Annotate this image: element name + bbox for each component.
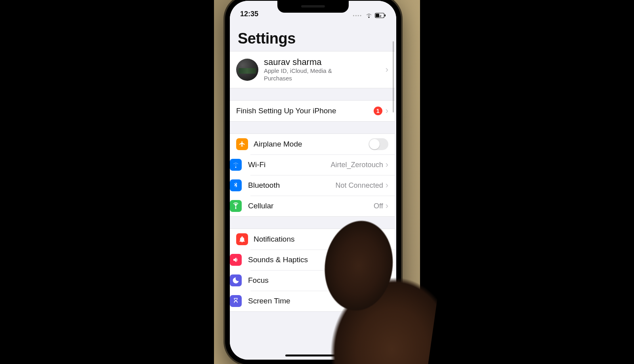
focus-label: Focus xyxy=(248,276,386,285)
chevron-right-icon: › xyxy=(386,255,388,265)
wifi-settings-icon xyxy=(230,159,242,171)
airplane-icon xyxy=(236,138,248,150)
airplane-toggle[interactable] xyxy=(369,138,388,150)
notifications-group: Notifications › Sounds & Haptics › xyxy=(230,229,395,312)
avatar xyxy=(236,59,258,81)
bluetooth-label: Bluetooth xyxy=(248,181,336,190)
bluetooth-icon xyxy=(230,179,242,191)
chevron-right-icon: › xyxy=(386,201,388,211)
cellular-label: Cellular xyxy=(248,202,374,210)
notifications-row[interactable]: Notifications › xyxy=(230,229,395,250)
finish-setup-label: Finish Setting Up Your iPhone xyxy=(236,107,374,115)
notch xyxy=(277,1,349,13)
settings-scroll[interactable]: Settings saurav sharma Apple ID, iCloud,… xyxy=(230,20,395,360)
profile-name: saurav sharma xyxy=(264,57,386,67)
finish-setup-group: Finish Setting Up Your iPhone 1 › xyxy=(230,100,395,122)
sounds-row[interactable]: Sounds & Haptics › xyxy=(250,250,395,270)
hourglass-icon xyxy=(230,295,242,307)
screen: 12:35 •••• 42 xyxy=(230,1,396,360)
chevron-right-icon: › xyxy=(386,180,388,191)
wifi-value: Airtel_Zerotouch xyxy=(331,161,383,169)
chevron-right-icon: › xyxy=(386,234,388,244)
profile-subtitle: Apple ID, iCloud, Media & Purchases xyxy=(264,67,347,82)
screen-time-row[interactable]: Screen Time › xyxy=(250,291,395,311)
notification-badge: 1 xyxy=(374,107,382,115)
cellular-value: Off xyxy=(374,202,383,210)
chevron-right-icon: › xyxy=(386,160,388,170)
home-indicator[interactable] xyxy=(285,354,341,356)
airplane-mode-row[interactable]: Airplane Mode xyxy=(230,134,395,154)
bluetooth-row[interactable]: Bluetooth Not Connected › xyxy=(250,175,395,196)
chevron-right-icon: › xyxy=(386,106,388,116)
sounds-label: Sounds & Haptics xyxy=(248,255,386,264)
wifi-label: Wi-Fi xyxy=(248,160,331,169)
screen-time-label: Screen Time xyxy=(248,297,386,305)
wifi-icon xyxy=(365,13,372,18)
apple-id-row[interactable]: saurav sharma Apple ID, iCloud, Media & … xyxy=(230,51,395,88)
iphone-body: 12:35 •••• 42 xyxy=(225,0,401,364)
airplane-label: Airplane Mode xyxy=(254,140,369,149)
earpiece xyxy=(301,5,325,8)
bell-icon xyxy=(236,233,248,245)
svg-text:42: 42 xyxy=(378,14,382,18)
profile-group: saurav sharma Apple ID, iCloud, Media & … xyxy=(230,51,395,88)
chevron-right-icon: › xyxy=(386,65,388,75)
connectivity-group: Airplane Mode Wi-Fi Airtel_Zerotouch › xyxy=(230,133,395,217)
status-time: 12:35 xyxy=(240,10,258,18)
cellular-icon xyxy=(230,200,242,212)
cellular-dots-icon: •••• xyxy=(353,13,362,18)
finish-setup-row[interactable]: Finish Setting Up Your iPhone 1 › xyxy=(230,101,395,121)
focus-row[interactable]: Focus › xyxy=(250,270,395,291)
svg-rect-2 xyxy=(385,15,386,17)
chevron-right-icon: › xyxy=(386,296,388,306)
moon-icon xyxy=(230,274,242,286)
chevron-right-icon: › xyxy=(386,275,388,286)
battery-icon: 42 xyxy=(375,13,386,18)
cellular-row[interactable]: Cellular Off › xyxy=(250,196,395,216)
photo-background: 12:35 •••• 42 xyxy=(214,0,420,364)
notifications-label: Notifications xyxy=(254,235,386,244)
bluetooth-value: Not Connected xyxy=(336,181,383,190)
speaker-icon xyxy=(230,254,242,266)
wifi-row[interactable]: Wi-Fi Airtel_Zerotouch › xyxy=(250,154,395,175)
page-title: Settings xyxy=(230,20,395,51)
